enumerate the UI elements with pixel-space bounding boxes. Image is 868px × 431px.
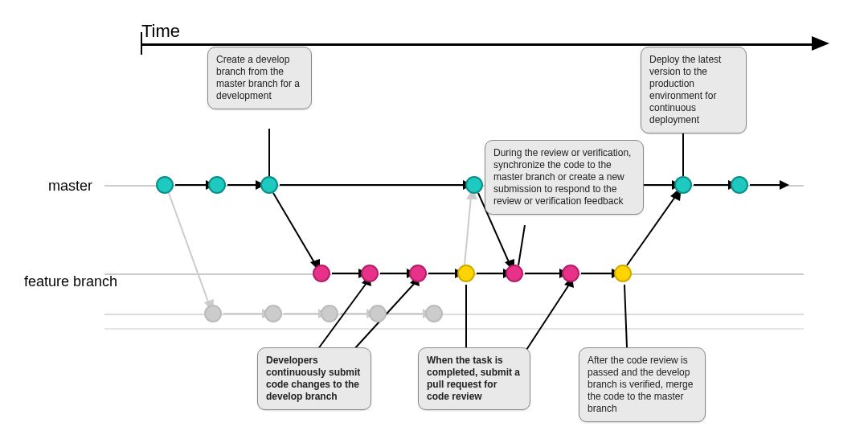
callout-create-dev: Create a develop branch from the master … — [207, 47, 312, 109]
callout-pr: When the task is completed, submit a pul… — [418, 347, 530, 410]
svg-line-32 — [273, 193, 315, 264]
git-flow-diagram: { "time_label": "Time", "branches": { "m… — [0, 0, 868, 431]
commit-feature-verified — [614, 265, 632, 282]
commit-shadow — [204, 305, 222, 322]
commit-master — [731, 176, 748, 194]
shadow-lane-2 — [104, 328, 804, 330]
commit-master — [260, 176, 278, 194]
time-axis-line — [141, 43, 812, 46]
svg-line-34 — [169, 193, 209, 304]
commit-feature — [361, 265, 379, 282]
commit-shadow — [425, 305, 443, 322]
commit-feature — [313, 265, 330, 282]
commit-master — [156, 176, 174, 194]
feature-lane — [104, 273, 804, 275]
commit-shadow — [369, 305, 387, 322]
commit-master — [208, 176, 226, 194]
commit-shadow — [264, 305, 282, 322]
callout-deploy: Deploy the latest version to the product… — [641, 47, 747, 133]
commit-feature — [409, 265, 427, 282]
time-axis-label: Time — [141, 21, 180, 42]
feature-label: feature branch — [24, 273, 117, 290]
svg-line-50 — [526, 285, 569, 350]
commit-shadow — [321, 305, 338, 322]
commit-feature — [506, 265, 523, 282]
commit-feature — [562, 265, 579, 282]
time-axis-arrow — [812, 36, 829, 51]
callout-merge: After the code review is passed and the … — [579, 347, 706, 422]
commit-master — [465, 176, 483, 194]
callout-sync: During the review or verification, synch… — [485, 140, 644, 215]
commit-feature-pr — [457, 265, 475, 282]
time-axis-tick — [141, 32, 142, 55]
callout-devs-submit: Developers continuously submit code chan… — [257, 347, 371, 410]
svg-line-44 — [518, 225, 525, 265]
svg-line-52 — [624, 285, 627, 347]
master-label: master — [48, 178, 92, 195]
svg-line-36 — [465, 196, 471, 265]
commit-master — [674, 176, 692, 194]
